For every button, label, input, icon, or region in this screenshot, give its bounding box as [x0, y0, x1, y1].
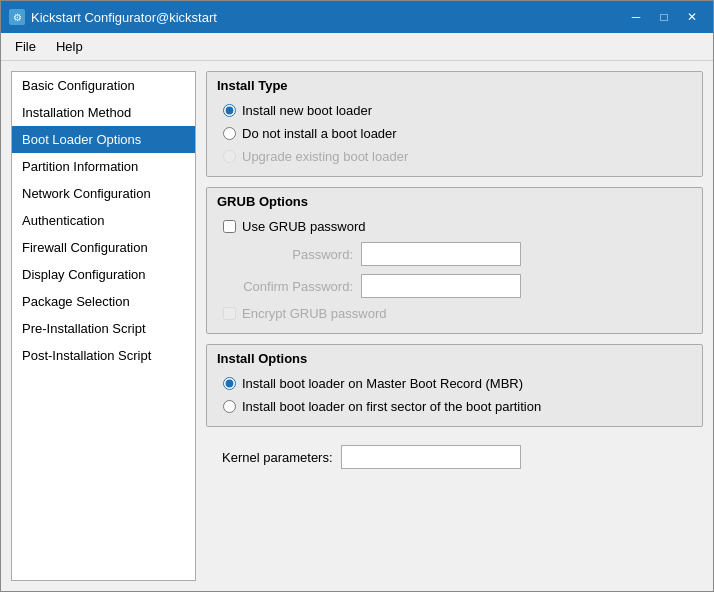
use-grub-password-row: Use GRUB password: [223, 219, 686, 234]
encrypt-grub-checkbox: [223, 307, 236, 320]
radio-first-sector-row: Install boot loader on first sector of t…: [223, 399, 686, 414]
radio-do-not-install-row: Do not install a boot loader: [223, 126, 686, 141]
sidebar-item-authentication[interactable]: Authentication: [12, 207, 195, 234]
menu-help[interactable]: Help: [46, 35, 93, 58]
maximize-button[interactable]: □: [651, 6, 677, 28]
radio-upgrade-existing-label: Upgrade existing boot loader: [242, 149, 408, 164]
content-area: Basic Configuration Installation Method …: [1, 61, 713, 591]
window-controls: ─ □ ✕: [623, 6, 705, 28]
radio-first-sector-label: Install boot loader on first sector of t…: [242, 399, 541, 414]
install-options-section: Install Options Install boot loader on M…: [206, 344, 703, 427]
radio-first-sector[interactable]: [223, 400, 236, 413]
menu-file[interactable]: File: [5, 35, 46, 58]
install-type-content: Install new boot loader Do not install a…: [207, 97, 702, 176]
install-type-title: Install Type: [207, 72, 702, 97]
sidebar: Basic Configuration Installation Method …: [11, 71, 196, 581]
radio-install-new-row: Install new boot loader: [223, 103, 686, 118]
sidebar-item-package-selection[interactable]: Package Selection: [12, 288, 195, 315]
use-grub-password-checkbox[interactable]: [223, 220, 236, 233]
radio-do-not-install[interactable]: [223, 127, 236, 140]
sidebar-item-installation-method[interactable]: Installation Method: [12, 99, 195, 126]
password-input[interactable]: [361, 242, 521, 266]
sidebar-item-network-configuration[interactable]: Network Configuration: [12, 180, 195, 207]
use-grub-password-label: Use GRUB password: [242, 219, 366, 234]
radio-do-not-install-label: Do not install a boot loader: [242, 126, 397, 141]
radio-mbr[interactable]: [223, 377, 236, 390]
sidebar-item-post-installation-script[interactable]: Post-Installation Script: [12, 342, 195, 369]
grub-options-title: GRUB Options: [207, 188, 702, 213]
sidebar-item-basic-configuration[interactable]: Basic Configuration: [12, 72, 195, 99]
confirm-password-label: Confirm Password:: [233, 279, 353, 294]
main-window: ⚙ Kickstart Configurator@kickstart ─ □ ✕…: [0, 0, 714, 592]
grub-options-content: Use GRUB password Password: Confirm Pass…: [207, 213, 702, 333]
radio-install-new-label: Install new boot loader: [242, 103, 372, 118]
radio-install-new[interactable]: [223, 104, 236, 117]
radio-upgrade-existing-row: Upgrade existing boot loader: [223, 149, 686, 164]
sidebar-item-boot-loader-options[interactable]: Boot Loader Options: [12, 126, 195, 153]
password-row: Password:: [223, 242, 686, 266]
kernel-params-label: Kernel parameters:: [222, 450, 333, 465]
install-options-content: Install boot loader on Master Boot Recor…: [207, 370, 702, 426]
kernel-params-input[interactable]: [341, 445, 521, 469]
radio-upgrade-existing: [223, 150, 236, 163]
password-label: Password:: [233, 247, 353, 262]
confirm-password-row: Confirm Password:: [223, 274, 686, 298]
sidebar-item-partition-information[interactable]: Partition Information: [12, 153, 195, 180]
sidebar-item-display-configuration[interactable]: Display Configuration: [12, 261, 195, 288]
window-title: Kickstart Configurator@kickstart: [31, 10, 623, 25]
install-options-title: Install Options: [207, 345, 702, 370]
kernel-params-row: Kernel parameters:: [206, 437, 703, 477]
grub-options-section: GRUB Options Use GRUB password Password:…: [206, 187, 703, 334]
confirm-password-input[interactable]: [361, 274, 521, 298]
radio-mbr-row: Install boot loader on Master Boot Recor…: [223, 376, 686, 391]
title-bar: ⚙ Kickstart Configurator@kickstart ─ □ ✕: [1, 1, 713, 33]
encrypt-grub-label: Encrypt GRUB password: [242, 306, 387, 321]
menu-bar: File Help: [1, 33, 713, 61]
radio-mbr-label: Install boot loader on Master Boot Recor…: [242, 376, 523, 391]
app-icon: ⚙: [9, 9, 25, 25]
sidebar-item-firewall-configuration[interactable]: Firewall Configuration: [12, 234, 195, 261]
close-button[interactable]: ✕: [679, 6, 705, 28]
main-panel: Install Type Install new boot loader Do …: [206, 71, 703, 581]
minimize-button[interactable]: ─: [623, 6, 649, 28]
sidebar-item-pre-installation-script[interactable]: Pre-Installation Script: [12, 315, 195, 342]
install-type-section: Install Type Install new boot loader Do …: [206, 71, 703, 177]
encrypt-grub-row: Encrypt GRUB password: [223, 306, 686, 321]
